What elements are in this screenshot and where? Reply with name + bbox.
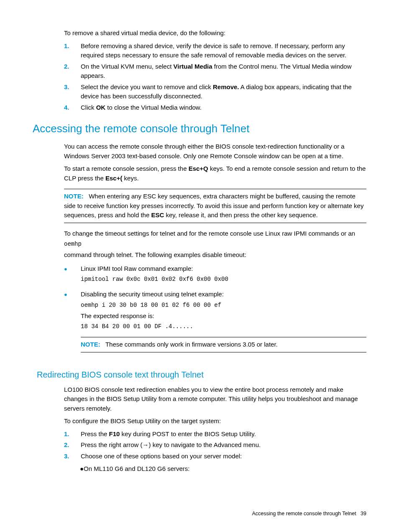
subsection-heading-bios: Redirecting BIOS console text through Te… bbox=[37, 368, 366, 381]
list-item: 2. On the Virtual KVM menu, select Virtu… bbox=[64, 62, 366, 81]
step-text: Select the device you want to remove and… bbox=[81, 82, 366, 101]
list-item: 1. Press the F10 key during POST to ente… bbox=[64, 429, 366, 439]
sub-bullet-text: On ML110 G6 and DL120 G6 servers: bbox=[84, 464, 189, 474]
step-number: 2. bbox=[64, 62, 81, 81]
bullet-icon: ● bbox=[64, 290, 81, 358]
bullet-list: ● Linux IPMI tool Raw command example: i… bbox=[64, 264, 366, 358]
list-item: 2. Press the right arrow (→) key to navi… bbox=[64, 440, 366, 450]
step-number: 1. bbox=[64, 429, 81, 439]
section2-body: LO100 BIOS console text redirection enab… bbox=[64, 385, 366, 474]
body-paragraph: command through telnet. The following ex… bbox=[64, 250, 366, 260]
note-label: NOTE: bbox=[81, 341, 100, 348]
step-number: 1. bbox=[64, 41, 81, 60]
response-label: The expected response is: bbox=[81, 311, 366, 321]
code-inline: oemhp bbox=[64, 240, 366, 249]
code-block: 18 34 B4 20 00 01 00 DF .4...... bbox=[81, 322, 366, 331]
step-text: Press the right arrow (→) key to navigat… bbox=[81, 440, 366, 450]
footer-text: Accessing the remote console through Tel… bbox=[252, 511, 356, 517]
list-item: 3. Select the device you want to remove … bbox=[64, 82, 366, 101]
step-text: Before removing a shared device, verify … bbox=[81, 41, 366, 60]
note-box: NOTE: These commands only work in firmwa… bbox=[81, 337, 366, 352]
body-paragraph: You can access the remote console throug… bbox=[64, 142, 366, 161]
page-number: 39 bbox=[361, 511, 366, 517]
bullet-icon: ● bbox=[80, 464, 84, 474]
body-paragraph: LO100 BIOS console text redirection enab… bbox=[64, 385, 366, 414]
step-text: Click OK to close the Virtual Media wind… bbox=[81, 103, 366, 113]
note-box: NOTE: When entering any ESC key sequence… bbox=[64, 189, 366, 223]
step-number: 3. bbox=[64, 82, 81, 101]
list-item: 3. Choose one of these options based on … bbox=[64, 452, 366, 461]
list-item: ● Linux IPMI tool Raw command example: i… bbox=[64, 264, 366, 286]
intro-steps: 1. Before removing a shared device, veri… bbox=[64, 41, 366, 113]
bullet-icon: ● bbox=[64, 264, 81, 286]
section-heading-telnet: Accessing the remote console through Tel… bbox=[33, 121, 366, 137]
bullet-content: Linux IPMI tool Raw command example: ipm… bbox=[81, 264, 366, 286]
body-paragraph: To change the timeout settings for telne… bbox=[64, 229, 366, 239]
step-number: 3. bbox=[64, 452, 81, 461]
list-item: ● Disabling the security timeout using t… bbox=[64, 290, 366, 358]
intro-block: To remove a shared virtual media device,… bbox=[64, 28, 366, 112]
sub-bullet-list: ● On ML110 G6 and DL120 G6 servers: bbox=[64, 464, 366, 474]
note-label: NOTE: bbox=[64, 193, 84, 200]
body-paragraph: To configure the BIOS Setup Utility on t… bbox=[64, 416, 366, 426]
page-footer: Accessing the remote console through Tel… bbox=[252, 510, 366, 518]
code-block: oemhp i 20 30 b0 18 00 01 02 f6 00 00 ef bbox=[81, 301, 366, 310]
step-number: 2. bbox=[64, 440, 81, 450]
intro-paragraph: To remove a shared virtual media device,… bbox=[64, 28, 366, 38]
list-item: 4. Click OK to close the Virtual Media w… bbox=[64, 103, 366, 113]
step-text: On the Virtual KVM menu, select Virtual … bbox=[81, 62, 366, 81]
section1-body: You can access the remote console throug… bbox=[64, 142, 366, 358]
step-text: Press the F10 key during POST to enter t… bbox=[81, 429, 366, 439]
section2-steps: 1. Press the F10 key during POST to ente… bbox=[64, 429, 366, 461]
step-number: 4. bbox=[64, 103, 81, 113]
list-item: ● On ML110 G6 and DL120 G6 servers: bbox=[80, 464, 366, 474]
document-page: To remove a shared virtual media device,… bbox=[0, 0, 399, 532]
bullet-content: Disabling the security timeout using tel… bbox=[81, 290, 366, 358]
list-item: 1. Before removing a shared device, veri… bbox=[64, 41, 366, 60]
body-paragraph: To start a remote console session, press… bbox=[64, 164, 366, 183]
code-block: ipmitool raw 0x0c 0x01 0x02 0xf6 0x00 0x… bbox=[81, 275, 366, 284]
step-text: Choose one of these options based on you… bbox=[81, 452, 366, 461]
